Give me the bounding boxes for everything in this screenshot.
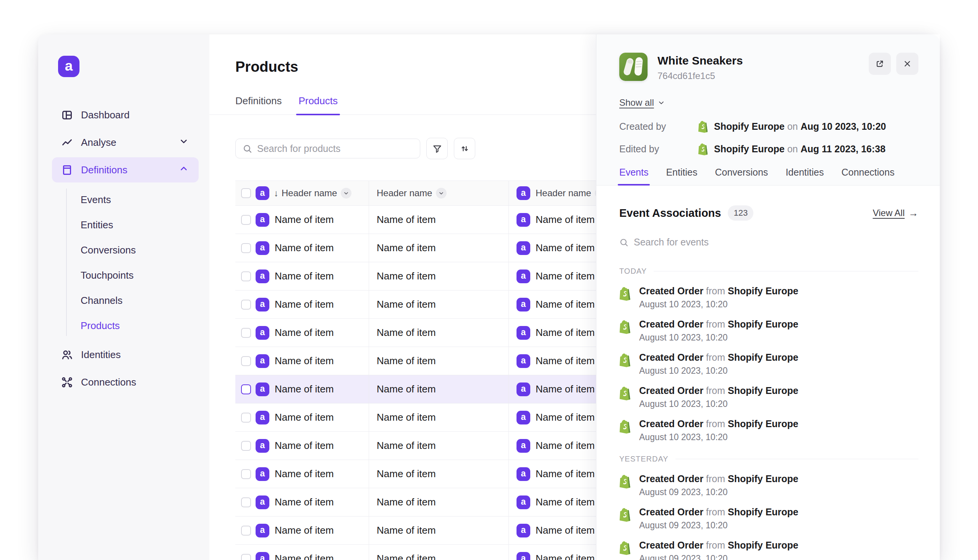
row-checkbox[interactable] <box>241 272 251 281</box>
event-text: Created Order from Shopify Europe August… <box>639 385 798 409</box>
app-logo[interactable]: a <box>58 56 79 77</box>
row-checkbox[interactable] <box>241 215 251 225</box>
event-list-item[interactable]: Created Order from Shopify Europe August… <box>619 470 918 497</box>
panel-tab-entities[interactable]: Entities <box>666 167 697 185</box>
event-list-item[interactable]: Created Order from Shopify Europe August… <box>619 382 918 409</box>
tab-products[interactable]: Products <box>298 95 338 115</box>
panel-tab-connections[interactable]: Connections <box>841 167 894 185</box>
sidebar-item-label: Analyse <box>81 137 117 148</box>
product-image <box>619 53 647 81</box>
header-cell[interactable]: Header name <box>369 181 509 205</box>
table-row[interactable]: a Name of item Name of item a Name of it… <box>235 262 655 290</box>
table-row[interactable]: a Name of item Name of item a Name of it… <box>235 432 655 460</box>
table-row[interactable]: a Name of item Name of item a Name of it… <box>235 347 655 375</box>
shopify-icon <box>619 386 633 409</box>
row-checkbox[interactable] <box>241 328 251 338</box>
item-type-badge: a <box>517 524 530 537</box>
table-row[interactable]: a Name of item Name of item a Name of it… <box>235 206 655 234</box>
sidebar-item-touchpoints[interactable]: Touchpoints <box>80 263 199 288</box>
sidebar-item-connections[interactable]: Connections <box>52 370 199 395</box>
table-cell: Name of item <box>369 403 509 432</box>
row-checkbox[interactable] <box>241 441 251 451</box>
table-cell: a Name of item <box>235 460 369 488</box>
event-text: Created Order from Shopify Europe August… <box>639 473 798 497</box>
row-checkbox[interactable] <box>241 300 251 310</box>
sidebar-item-events[interactable]: Events <box>80 187 199 212</box>
open-external-button[interactable] <box>869 53 891 75</box>
shopify-icon <box>619 286 633 310</box>
table-row[interactable]: a Name of item Name of item a Name of it… <box>235 545 655 560</box>
event-list-item[interactable]: Created Order from Shopify Europe August… <box>619 348 918 376</box>
event-list-item[interactable]: Created Order from Shopify Europe August… <box>619 536 918 560</box>
sort-arrows-icon <box>460 143 470 154</box>
tab-definitions[interactable]: Definitions <box>235 95 282 115</box>
cell-text: Name of item <box>377 496 436 508</box>
events-search-input[interactable] <box>634 237 918 248</box>
cell-text: Name of item <box>377 412 436 423</box>
sidebar-item-entities[interactable]: Entities <box>80 212 199 237</box>
table-row[interactable]: a Name of item Name of item a Name of it… <box>235 460 655 488</box>
event-timestamp: August 10 2023, 10:20 <box>639 432 798 442</box>
table-row[interactable]: a Name of item Name of item a Name of it… <box>235 290 655 319</box>
show-all-toggle[interactable]: Show all <box>619 97 665 108</box>
row-checkbox[interactable] <box>241 243 251 253</box>
row-checkbox[interactable] <box>241 356 251 366</box>
row-checkbox[interactable] <box>241 384 251 394</box>
sidebar-item-conversions[interactable]: Conversions <box>80 237 199 263</box>
table-cell: Name of item <box>369 234 509 262</box>
event-name: Created Order <box>639 473 703 484</box>
select-all-checkbox[interactable] <box>241 188 251 198</box>
view-all-link[interactable]: View All → <box>873 207 918 219</box>
search-input[interactable] <box>257 143 413 154</box>
close-icon <box>902 59 912 69</box>
table-row[interactable]: a Name of item Name of item a Name of it… <box>235 319 655 347</box>
products-search[interactable] <box>235 138 420 158</box>
cell-text: Name of item <box>377 468 436 480</box>
row-checkbox[interactable] <box>241 497 251 507</box>
cell-text: Name of item <box>275 270 334 282</box>
sort-button[interactable] <box>454 138 475 159</box>
column-menu-button[interactable] <box>436 188 446 198</box>
panel-tab-events[interactable]: Events <box>619 167 648 185</box>
table-row[interactable]: a Name of item Name of item a Name of it… <box>235 234 655 262</box>
sidebar-item-identities[interactable]: Identities <box>52 342 199 367</box>
column-menu-button[interactable] <box>341 188 351 198</box>
row-checkbox[interactable] <box>241 469 251 479</box>
table-row[interactable]: a Name of item Name of item a Name of it… <box>235 403 655 432</box>
item-type-badge: a <box>256 298 269 312</box>
panel-tab-identities[interactable]: Identities <box>786 167 824 185</box>
close-panel-button[interactable] <box>896 53 918 75</box>
table-row[interactable]: a Name of item Name of item a Name of it… <box>235 488 655 517</box>
panel-tab-conversions[interactable]: Conversions <box>715 167 768 185</box>
header-cell[interactable]: a ↓ Header name <box>235 181 369 205</box>
item-type-badge: a <box>256 552 269 560</box>
row-checkbox[interactable] <box>241 554 251 560</box>
book-icon <box>61 164 73 176</box>
event-source: Shopify Europe <box>728 352 798 363</box>
event-list-item[interactable]: Created Order from Shopify Europe August… <box>619 503 918 531</box>
product-id: 764cd61fe1c5 <box>657 71 869 81</box>
event-group-header: YESTERDAY <box>619 455 918 463</box>
associations-title: Event Associations <box>619 207 721 220</box>
sidebar-item-products[interactable]: Products <box>80 313 199 338</box>
sidebar-item-definitions[interactable]: Definitions <box>52 157 199 182</box>
events-search[interactable] <box>619 237 918 248</box>
event-list-item[interactable]: Created Order from Shopify Europe August… <box>619 415 918 442</box>
meta-timestamp: Aug 11 2023, 16:38 <box>800 143 885 154</box>
row-checkbox[interactable] <box>241 413 251 423</box>
sidebar-item-dashboard[interactable]: Dashboard <box>52 102 199 127</box>
chevron-up-icon <box>179 164 189 177</box>
funnel-icon <box>432 143 442 154</box>
row-checkbox[interactable] <box>241 526 251 535</box>
event-list-item[interactable]: Created Order from Shopify Europe August… <box>619 282 918 310</box>
table-row[interactable]: a Name of item Name of item a Name of it… <box>235 517 655 545</box>
filter-button[interactable] <box>426 138 448 159</box>
event-list-item[interactable]: Created Order from Shopify Europe August… <box>619 315 918 343</box>
sidebar-item-channels[interactable]: Channels <box>80 288 199 313</box>
cell-text: Name of item <box>377 553 436 560</box>
shopify-icon <box>619 353 633 376</box>
event-text: Created Order from Shopify Europe August… <box>639 352 798 376</box>
table-row[interactable]: a Name of item Name of item a Name of it… <box>235 375 655 403</box>
sidebar-item-analyse[interactable]: Analyse <box>52 130 199 155</box>
cell-text: Name of item <box>536 468 595 480</box>
